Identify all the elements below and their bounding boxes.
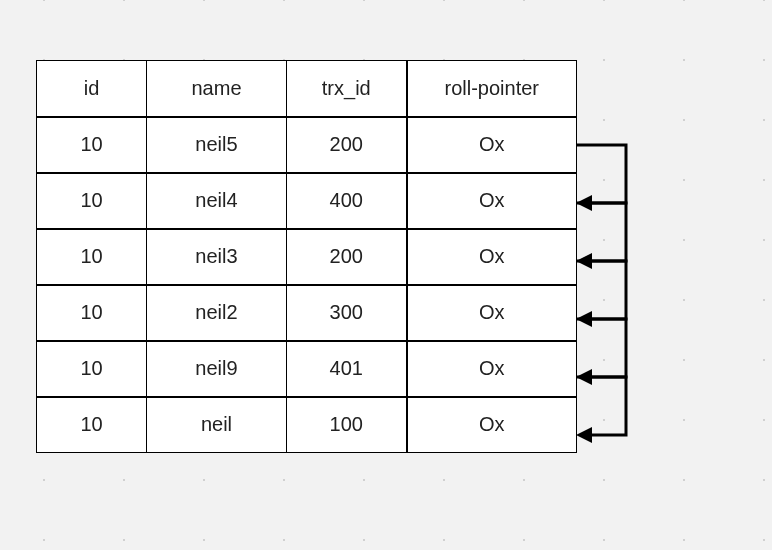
svg-marker-2 — [576, 311, 592, 327]
cell-roll-pointer: Ox — [407, 397, 577, 453]
diagram-stage: id name trx_id roll-pointer 10 neil5 200… — [36, 60, 577, 453]
table-row: 10 neil2 300 Ox — [37, 285, 577, 341]
cell-id: 10 — [37, 229, 147, 285]
svg-marker-3 — [576, 369, 592, 385]
cell-roll-pointer: Ox — [407, 173, 577, 229]
table-row: 10 neil9 401 Ox — [37, 341, 577, 397]
cell-trx-id: 400 — [287, 173, 407, 229]
cell-id: 10 — [37, 117, 147, 173]
cell-name: neil2 — [147, 285, 287, 341]
cell-name: neil5 — [147, 117, 287, 173]
cell-roll-pointer: Ox — [407, 341, 577, 397]
table-row: 10 neil 100 Ox — [37, 397, 577, 453]
cell-trx-id: 100 — [287, 397, 407, 453]
cell-id: 10 — [37, 285, 147, 341]
cell-name: neil9 — [147, 341, 287, 397]
svg-marker-4 — [576, 427, 592, 443]
svg-marker-1 — [576, 253, 592, 269]
cell-name: neil4 — [147, 173, 287, 229]
cell-roll-pointer: Ox — [407, 229, 577, 285]
col-header-name: name — [147, 61, 287, 117]
cell-trx-id: 401 — [287, 341, 407, 397]
cell-roll-pointer: Ox — [407, 117, 577, 173]
col-header-trx-id: trx_id — [287, 61, 407, 117]
cell-roll-pointer: Ox — [407, 285, 577, 341]
cell-trx-id: 200 — [287, 229, 407, 285]
col-header-roll-pointer: roll-pointer — [407, 61, 577, 117]
col-header-id: id — [37, 61, 147, 117]
cell-name: neil3 — [147, 229, 287, 285]
svg-marker-0 — [576, 195, 592, 211]
table-row: 10 neil5 200 Ox — [37, 117, 577, 173]
cell-id: 10 — [37, 341, 147, 397]
table-row: 10 neil4 400 Ox — [37, 173, 577, 229]
version-chain-table: id name trx_id roll-pointer 10 neil5 200… — [36, 60, 577, 453]
cell-id: 10 — [37, 397, 147, 453]
cell-trx-id: 200 — [287, 117, 407, 173]
cell-trx-id: 300 — [287, 285, 407, 341]
cell-name: neil — [147, 397, 287, 453]
cell-id: 10 — [37, 173, 147, 229]
table-row: 10 neil3 200 Ox — [37, 229, 577, 285]
